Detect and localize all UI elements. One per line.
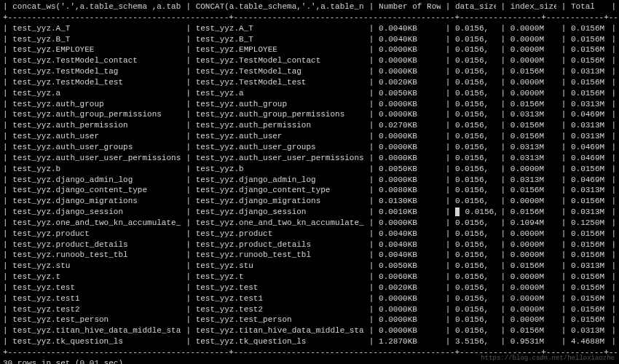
cell: 0.0156, [455, 23, 496, 34]
cell: test_yyz.TestModel_contact [12, 55, 181, 66]
cell: test_yyz.test2 [12, 304, 181, 315]
cell: test_yyz.tk_question_ls [196, 336, 365, 347]
cell: 0.0156, [455, 55, 496, 66]
cell: 0.0469M [571, 175, 607, 186]
cell: 0.0156, [455, 88, 496, 99]
cell: 0.0000KB [379, 55, 441, 66]
cell: 0.0156, [455, 109, 496, 120]
cell: 0.0040KB [379, 240, 441, 250]
cell: 0.0000KB [379, 44, 441, 55]
cell: 0.0156M [510, 66, 556, 77]
cell: 0.0156M [571, 34, 607, 45]
cell: test_yyz.django_content_type [196, 185, 365, 196]
cell: test_yyz.TestModel_tag [12, 66, 181, 77]
table-row: | test_yyz.TestModel_contact | test_yyz.… [3, 55, 616, 66]
table-row: | test_yyz.t | test_yyz.t | 0.0060KB | 0… [3, 272, 616, 282]
cell: test_yyz.auth_group [196, 99, 365, 110]
cell: 0.0156M [510, 261, 556, 272]
table-row: | test_yyz.one_and_two_kn_accumulate_sta… [3, 218, 616, 229]
table-row: | test_yyz.runoob_test_tbl | test_yyz.ru… [3, 250, 616, 261]
cell: 0.0020KB [379, 282, 441, 293]
cell: 0.0156M [510, 207, 556, 218]
table-row: | test_yyz.EMPLOYEE | test_yyz.EMPLOYEE … [3, 44, 616, 55]
cell: 0.0469M [571, 142, 607, 153]
cell: 0.0313M [571, 261, 607, 272]
cell: test_yyz.auth_group_permissions [196, 109, 365, 120]
table-row: | test_yyz.test_person | test_yyz.test_p… [3, 314, 616, 325]
cell: test_yyz.product [12, 229, 181, 240]
cell: 0.0156, [455, 66, 496, 77]
cell: 0.0156, [455, 282, 496, 293]
cell: 0.0010KB [379, 207, 441, 218]
cell: 0.0156, [455, 293, 496, 304]
cell: 0.0000KB [379, 175, 441, 186]
cell: test_yyz.one_and_two_kn_accumulate_stars [196, 218, 365, 229]
col-header: index_size [510, 1, 556, 12]
cell: 0.0156, [455, 131, 496, 142]
cell: test_yyz.django_session [196, 207, 365, 218]
cell: 0.0469M [571, 153, 607, 164]
table-row: | test_yyz.auth_user_user_permissions | … [3, 153, 616, 164]
cell: test_yyz.auth_user [12, 131, 181, 142]
cell: test_yyz.t [12, 272, 181, 282]
cell: 0.0156, [455, 207, 496, 218]
cell: 0.0313M [571, 99, 607, 110]
cell: 0.0156M [510, 120, 556, 131]
table-row: | test_yyz.django_admin_log | test_yyz.d… [3, 175, 616, 186]
cell: 0.0156M [571, 164, 607, 175]
cell: 0.0040KB [379, 250, 441, 261]
cell: 0.0469M [571, 109, 607, 120]
cell: 0.0156, [455, 99, 496, 110]
cell: 4.4688M [571, 336, 607, 347]
table-row: | test_yyz.product_details | test_yyz.pr… [3, 240, 616, 250]
col-header: data_size [455, 1, 496, 12]
cell: 0.0000KB [379, 153, 441, 164]
cell: 0.0020KB [379, 77, 441, 88]
cell: 0.0313M [510, 109, 556, 120]
cell: 0.0156M [571, 293, 607, 304]
cell: 0.0270KB [379, 120, 441, 131]
cell: 0.9531M [510, 336, 556, 347]
cell: 0.0156M [510, 99, 556, 110]
cell: 0.0156, [455, 272, 496, 282]
cell: 0.0000M [510, 304, 556, 315]
table-row: | test_yyz.auth_group | test_yyz.auth_gr… [3, 99, 616, 110]
table-row: | test_yyz.stu | test_yyz.stu | 0.0050KB… [3, 261, 616, 272]
cell: 0.0313M [510, 175, 556, 186]
cell: 0.0156, [455, 250, 496, 261]
cell: test_yyz.b [196, 164, 365, 175]
table-row: | test_yyz.a | test_yyz.a | 0.0050KB | 0… [3, 88, 616, 99]
cell: 0.0313M [571, 207, 607, 218]
cell: test_yyz.auth_user_user_permissions [196, 153, 365, 164]
cell: 0.0313M [571, 120, 607, 131]
table-row: | test_yyz.b | test_yyz.b | 0.0050KB | 0… [3, 164, 616, 175]
watermark: https://blog.csdn.net/helloxiaozhe [481, 354, 615, 363]
cell: 0.0313M [571, 66, 607, 77]
cell: test_yyz.product_details [196, 240, 365, 250]
table-row: | test_yyz.django_session | test_yyz.dja… [3, 207, 616, 218]
cell: test_yyz.product_details [12, 240, 181, 250]
cell: 0.0050KB [379, 164, 441, 175]
col-header: Number of Rows [379, 1, 441, 12]
cell: 0.0000KB [379, 131, 441, 142]
table-row: | test_yyz.django_migrations | test_yyz.… [3, 196, 616, 207]
cell: 0.0000M [510, 196, 556, 207]
cell: 0.0000M [510, 44, 556, 55]
text-cursor [455, 207, 460, 216]
cell: test_yyz.stu [12, 261, 181, 272]
cell: test_yyz.B_T [196, 34, 365, 45]
table-row: | test_yyz.test1 | test_yyz.test1 | 0.00… [3, 293, 616, 304]
cell: 0.0000M [510, 164, 556, 175]
cell: 0.0156, [455, 44, 496, 55]
col-header: CONCAT(a.table_schema,'.',a.table_name) [196, 1, 365, 12]
cell: 0.0156M [571, 250, 607, 261]
cell: 0.0050KB [379, 88, 441, 99]
cell: test_yyz.django_content_type [12, 185, 181, 196]
cell: test_yyz.django_admin_log [196, 175, 365, 186]
cell: 0.0156M [571, 23, 607, 34]
cell: 0.1094M [510, 218, 556, 229]
cell: 0.0156, [455, 314, 496, 325]
cell: 0.0000KB [379, 314, 441, 325]
cell: 0.0156, [455, 218, 496, 229]
cell: 0.0156, [455, 77, 496, 88]
